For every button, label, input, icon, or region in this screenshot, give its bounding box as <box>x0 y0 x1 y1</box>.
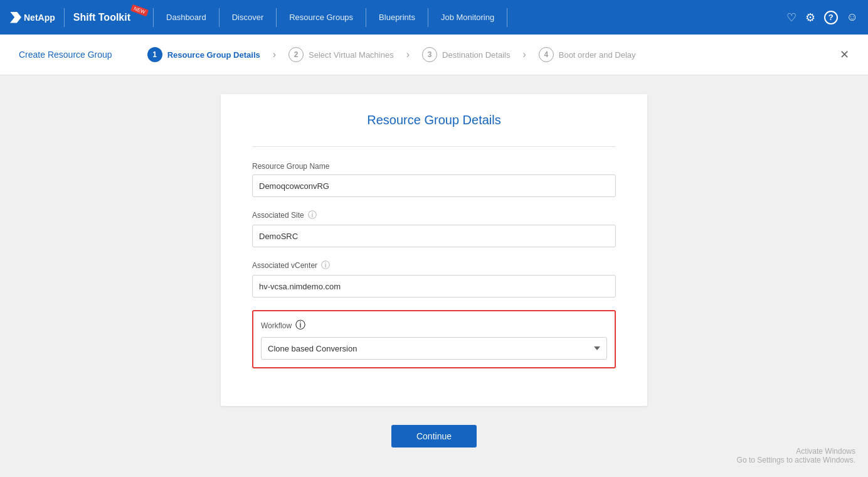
workflow-info-icon[interactable]: ⓘ <box>295 319 305 332</box>
app-header: NetApp Shift Toolkit NEW Dashboard Disco… <box>0 0 868 35</box>
continue-button[interactable]: Continue <box>391 425 477 448</box>
step-sep-3: › <box>522 49 526 60</box>
netapp-label: NetApp <box>24 13 55 23</box>
form-divider <box>252 146 616 147</box>
form-title: Resource Group Details <box>252 113 616 127</box>
step-circle-1: 1 <box>147 47 162 62</box>
bell-icon[interactable]: ♡ <box>786 11 797 24</box>
toolkit-badge: NEW <box>130 4 149 16</box>
netapp-icon <box>10 12 21 23</box>
help-icon[interactable]: ? <box>824 11 838 24</box>
nav-resource-groups[interactable]: Resource Groups <box>282 13 361 22</box>
step-circle-4: 4 <box>539 47 554 62</box>
step-label-4: Boot order and Delay <box>559 50 636 60</box>
nav-blueprints[interactable]: Blueprints <box>371 13 423 22</box>
nav-discover[interactable]: Discover <box>225 13 272 22</box>
wizard-header: Create Resource Group 1 Resource Group D… <box>0 35 868 75</box>
shift-toolkit-label: Shift Toolkit <box>73 12 130 23</box>
step-circle-2: 2 <box>288 47 304 62</box>
wizard-step-1[interactable]: 1 Resource Group Details <box>137 47 270 62</box>
step-label-2: Select Virtual Machines <box>309 50 394 60</box>
netapp-logo: NetApp <box>10 12 55 23</box>
field-rg-name: Resource Group Name <box>252 162 616 197</box>
wizard-step-2[interactable]: 2 Select Virtual Machines <box>278 47 404 62</box>
nav-div-3 <box>366 8 366 27</box>
nav-dashboard[interactable]: Dashboard <box>159 13 214 22</box>
user-icon[interactable]: ☺ <box>847 11 858 24</box>
step-circle-3: 3 <box>422 47 437 62</box>
step-label-1: Resource Group Details <box>167 50 260 60</box>
header-right: ♡ ⚙ ? ☺ <box>786 11 858 24</box>
create-rg-title: Create Resource Group <box>19 50 112 60</box>
wizard-step-4[interactable]: 4 Boot order and Delay <box>529 47 646 62</box>
workflow-label: Workflow <box>261 321 292 330</box>
site-label: Associated Site ⓘ <box>252 210 616 221</box>
site-info-icon[interactable]: ⓘ <box>308 210 317 221</box>
toolkit-label-wrap: Shift Toolkit NEW <box>73 12 135 23</box>
step-sep-2: › <box>406 49 410 60</box>
rg-name-label: Resource Group Name <box>252 162 616 171</box>
nav-div-2 <box>276 8 277 27</box>
rg-name-input[interactable] <box>252 174 616 197</box>
vcenter-label: Associated vCenter ⓘ <box>252 260 616 271</box>
field-vcenter: Associated vCenter ⓘ <box>252 260 616 297</box>
step-label-3: Destination Details <box>442 50 510 60</box>
wizard-steps: 1 Resource Group Details › 2 Select Virt… <box>137 47 821 62</box>
site-input[interactable] <box>252 225 616 247</box>
nav-job-monitoring[interactable]: Job Monitoring <box>433 13 502 22</box>
wizard-step-3[interactable]: 3 Destination Details <box>412 47 520 62</box>
header-divider-2 <box>153 8 154 27</box>
header-divider-1 <box>64 8 65 27</box>
nav-div-4 <box>428 8 428 27</box>
close-button[interactable]: ✕ <box>840 48 849 62</box>
form-footer: Continue <box>391 425 477 448</box>
gear-icon[interactable]: ⚙ <box>805 11 815 24</box>
vcenter-info-icon[interactable]: ⓘ <box>321 260 330 271</box>
field-associated-site: Associated Site ⓘ <box>252 210 616 247</box>
nav-div-1 <box>219 8 220 27</box>
workflow-select[interactable]: Clone based Conversion In-place Conversi… <box>261 337 607 360</box>
field-workflow: Workflow ⓘ Clone based Conversion In-pla… <box>252 310 616 368</box>
nav-div-5 <box>507 8 507 27</box>
logo-area: NetApp Shift Toolkit NEW <box>10 8 135 27</box>
main-content: Resource Group Details Resource Group Na… <box>0 75 868 477</box>
form-card: Resource Group Details Resource Group Na… <box>221 94 647 406</box>
step-sep-1: › <box>273 49 276 60</box>
main-nav: Dashboard Discover Resource Groups Bluep… <box>159 8 512 27</box>
workflow-label-row: Workflow ⓘ <box>261 319 607 332</box>
vcenter-input[interactable] <box>252 275 616 297</box>
